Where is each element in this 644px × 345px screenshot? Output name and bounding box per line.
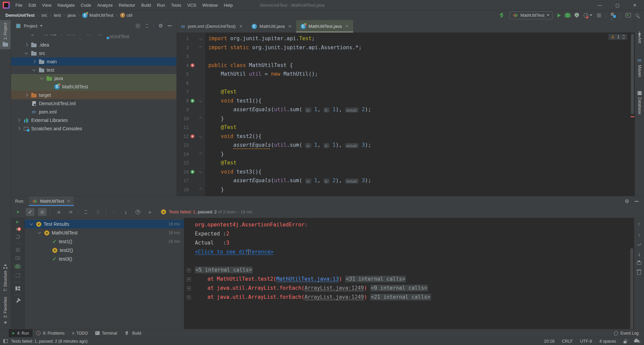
code-editor[interactable]: 1import org.junit.jupiter.api.Test;2impo… — [177, 32, 635, 196]
coverage-button[interactable] — [575, 13, 579, 18]
project-tree-row-target[interactable]: target — [11, 91, 176, 99]
sidebar-item-maven[interactable]: m Maven — [635, 55, 644, 80]
collapse-all-icon[interactable] — [145, 24, 149, 28]
run-configuration-select[interactable]: MathUtilTest — [509, 11, 553, 19]
search-everywhere-icon[interactable] — [636, 14, 639, 17]
menu-item-help[interactable]: Help — [221, 2, 236, 9]
run-test-failed-icon[interactable] — [191, 134, 195, 138]
sidebar-item-ant[interactable]: Ant — [635, 30, 644, 46]
project-tree-row-scratches-and-consoles[interactable]: Scratches and Consoles — [11, 124, 176, 133]
sidebar-item-favorites[interactable]: 2: Favorites ★ — [0, 294, 11, 329]
tool-window-button-todo[interactable]: ≡TODO — [68, 329, 91, 337]
breadcrumb-item-java[interactable]: java — [67, 13, 75, 18]
tool-window-button-build[interactable]: Build — [121, 329, 145, 337]
menu-item-edit[interactable]: Edit — [25, 2, 39, 9]
menu-item-window[interactable]: Window — [199, 2, 221, 9]
fold-marker-icon[interactable] — [199, 46, 202, 49]
previous-failed-test-button[interactable]: ↑ — [109, 208, 118, 216]
layout-settings-icon[interactable] — [15, 286, 20, 290]
chevron-right-icon[interactable] — [17, 119, 20, 122]
line-separator[interactable]: CRLF — [562, 339, 573, 344]
expand-fold-icon[interactable]: + — [187, 277, 191, 281]
menu-item-code[interactable]: Code — [78, 2, 94, 9]
menu-item-vcs[interactable]: VCS — [184, 2, 199, 9]
code-line-12[interactable]: 12 void test2(){ — [177, 132, 635, 141]
menu-item-file[interactable]: File — [12, 2, 25, 9]
stack-trace-link[interactable]: ArrayList.java:1249 — [305, 285, 364, 291]
fold-marker-icon[interactable] — [199, 99, 202, 102]
close-icon[interactable]: ✕ — [345, 24, 349, 29]
dump-threads-icon[interactable] — [15, 256, 20, 260]
stack-trace-link[interactable]: ference> — [249, 249, 274, 255]
menu-item-analyze[interactable]: Analyze — [94, 2, 116, 9]
run-console[interactable]: org.opentest4j.AssertionFailedError:Expe… — [184, 218, 634, 329]
stop-icon[interactable] — [16, 248, 20, 252]
code-line-10[interactable]: 10 } — [177, 114, 635, 123]
rerun-failed-tests-icon[interactable] — [16, 228, 19, 230]
fold-marker-icon[interactable] — [199, 135, 202, 138]
scroll-down-icon[interactable]: ↓ — [638, 232, 640, 237]
breadcrumb-item-mathutiltest[interactable]: CMathUtilTest — [82, 13, 113, 18]
tool-window-button-4-run[interactable]: 4: Run — [9, 329, 33, 337]
code-line-2[interactable]: 2import static org.junit.jupiter.api.Ass… — [177, 43, 635, 52]
tool-window-toggle-icon[interactable] — [3, 339, 8, 343]
run-test-passed-icon[interactable] — [191, 170, 195, 174]
chevron-down-icon[interactable] — [32, 68, 36, 71]
test-tree-row-test1-[interactable]: ✓test1()16 ms — [24, 237, 184, 246]
code-line-5[interactable]: 5 MathUtil util = new MathUtil(); — [177, 70, 635, 79]
scroll-to-end-icon[interactable]: ⭳ — [637, 252, 641, 257]
open-in-split-icon[interactable] — [611, 13, 616, 18]
stack-trace-link[interactable]: <Click to see dif — [195, 249, 248, 255]
code-line-3[interactable]: 3 — [177, 52, 635, 61]
sort-alphabetically-button[interactable]: ↓a — [54, 208, 62, 216]
fold-marker-icon[interactable] — [199, 188, 202, 191]
run-button[interactable] — [557, 13, 561, 17]
clear-all-icon[interactable] — [637, 271, 641, 275]
more-actions-button[interactable]: » — [146, 208, 154, 216]
chevron-right-icon[interactable] — [32, 60, 36, 63]
build-hammer-icon[interactable] — [499, 13, 505, 18]
sync-settings-icon[interactable] — [634, 340, 639, 342]
show-passed-toggle[interactable]: ✓ — [26, 208, 35, 216]
chevron-down-icon[interactable] — [30, 222, 33, 225]
editor-tab-mathutil-java[interactable]: CMathUtil.java✕ — [247, 20, 296, 32]
minimize-button[interactable]: — — [598, 3, 602, 8]
chevron-down-icon[interactable] — [38, 231, 41, 234]
gear-icon[interactable]: ⚙ — [625, 198, 629, 204]
expand-fold-icon[interactable]: + — [187, 295, 191, 299]
soft-wrap-icon[interactable]: ⮐ — [637, 242, 641, 247]
chevron-down-icon[interactable] — [24, 51, 28, 54]
code-line-18[interactable]: 18 } — [177, 185, 635, 194]
project-tree-row-pom-xml[interactable]: mpom.xml — [11, 108, 176, 116]
rerun-button[interactable] — [14, 208, 22, 216]
close-icon[interactable]: ✕ — [67, 199, 70, 204]
fold-marker-icon[interactable] — [199, 170, 202, 174]
tool-window-button-6-problems[interactable]: !6: Problems — [33, 329, 68, 337]
file-encoding[interactable]: UTF-8 — [580, 339, 592, 344]
sort-by-duration-button[interactable]: ↓≡ — [66, 208, 74, 216]
run-test-failed-icon[interactable] — [191, 63, 195, 67]
code-line-4[interactable]: 4public class MathUtilTest { — [177, 61, 635, 70]
next-problem-icon[interactable] — [623, 37, 625, 39]
toggle-auto-test-icon[interactable] — [15, 234, 20, 239]
close-icon[interactable]: ✕ — [239, 24, 243, 29]
fold-marker-icon[interactable] — [199, 152, 202, 156]
show-ignored-toggle[interactable]: ⊘ — [38, 208, 47, 216]
project-panel-title[interactable]: Project — [24, 23, 37, 28]
cursor-position[interactable]: 10:18 — [544, 339, 554, 344]
code-line-7[interactable]: 7 @Test — [177, 87, 635, 96]
project-tree-row-java[interactable]: java — [11, 74, 176, 82]
debug-button[interactable] — [566, 13, 570, 18]
expand-fold-icon[interactable]: + — [187, 286, 191, 290]
inspections-widget[interactable]: ⚠ 1 — [608, 34, 627, 40]
collapse-all-button[interactable] — [94, 208, 102, 216]
locate-file-icon[interactable] — [136, 24, 140, 28]
menu-item-build[interactable]: Build — [138, 2, 154, 9]
code-line-14[interactable]: 14 } — [177, 150, 635, 159]
next-failed-test-button[interactable]: ↓ — [121, 208, 130, 216]
stop-button[interactable] — [597, 13, 601, 17]
fold-marker-icon[interactable] — [199, 117, 202, 120]
menu-item-view[interactable]: View — [39, 2, 54, 9]
sidebar-item-project[interactable]: 1: Project — [0, 20, 11, 49]
menu-item-refactor[interactable]: Refactor — [116, 2, 138, 9]
